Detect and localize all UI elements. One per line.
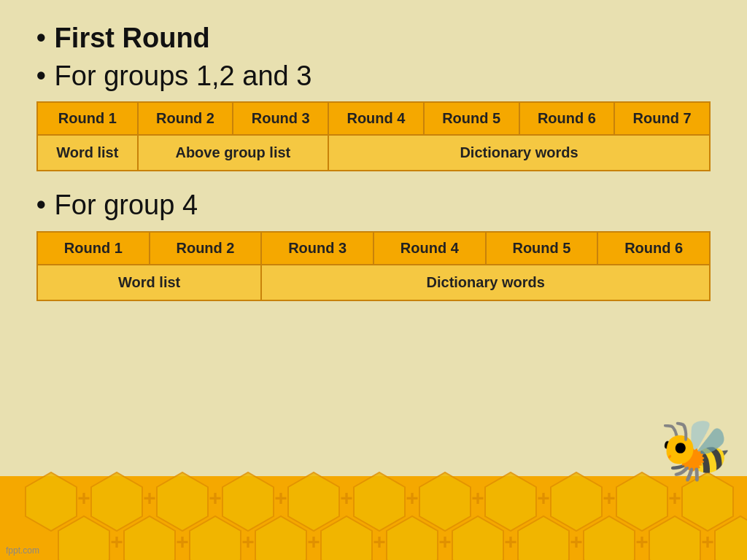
- svg-text:+: +: [110, 529, 123, 553]
- honeycomb-decoration: + + + + + + + + + + + + + + + + + + + +: [0, 454, 747, 560]
- groups-123-label: For groups 1,2 and 3: [55, 60, 312, 93]
- table2-header-row: Round 1 Round 2 Round 3 Round 4 Round 5 …: [37, 232, 710, 265]
- table1-col1-header: Round 1: [37, 102, 138, 135]
- bullet-group4: • For group 4: [36, 189, 711, 222]
- table2-col6-header: Round 6: [597, 232, 710, 265]
- svg-text:+: +: [471, 486, 484, 510]
- table1-col6-header: Round 6: [519, 102, 615, 135]
- table2-col1-header: Round 1: [37, 232, 150, 265]
- table1-col5-header: Round 5: [424, 102, 519, 135]
- svg-text:+: +: [340, 486, 353, 510]
- group4-label: For group 4: [55, 189, 198, 222]
- bullet-first-round: • First Round: [36, 22, 711, 55]
- svg-text:+: +: [307, 529, 320, 553]
- table1-data-row: Word list Above group list Dictionary wo…: [37, 135, 710, 171]
- svg-text:+: +: [209, 486, 222, 510]
- table1-header-row: Round 1 Round 2 Round 3 Round 4 Round 5 …: [37, 102, 710, 135]
- main-content: • First Round • For groups 1,2 and 3 Rou…: [0, 0, 747, 333]
- svg-text:+: +: [373, 529, 386, 553]
- table1-dictionary-cell: Dictionary words: [328, 135, 710, 171]
- svg-text:+: +: [537, 486, 550, 510]
- table1: Round 1 Round 2 Round 3 Round 4 Round 5 …: [36, 101, 711, 171]
- table1-col4-header: Round 4: [328, 102, 424, 135]
- svg-text:+: +: [635, 529, 649, 553]
- footer-label: fppt.com: [6, 545, 39, 556]
- table2-col2-header: Round 2: [150, 232, 262, 265]
- svg-text:+: +: [77, 486, 90, 510]
- svg-text:+: +: [603, 486, 616, 510]
- table1-col3-header: Round 3: [233, 102, 328, 135]
- svg-text:+: +: [701, 529, 714, 553]
- table2-wrapper: Round 1 Round 2 Round 3 Round 4 Round 5 …: [36, 231, 711, 301]
- table2-col5-header: Round 5: [486, 232, 598, 265]
- bullet-symbol-2: •: [36, 60, 46, 91]
- svg-text:+: +: [176, 529, 189, 553]
- first-round-label: First Round: [55, 22, 210, 55]
- honeycomb-svg: + + + + + + + + + + + + + + + + + + + +: [0, 454, 747, 560]
- svg-text:+: +: [438, 529, 452, 553]
- bullet-groups-123: • For groups 1,2 and 3: [36, 60, 711, 93]
- table2-wordlist-cell: Word list: [37, 265, 261, 300]
- table2: Round 1 Round 2 Round 3 Round 4 Round 5 …: [36, 231, 711, 301]
- svg-text:+: +: [143, 486, 156, 510]
- table2-col4-header: Round 4: [374, 232, 486, 265]
- bullet-symbol-3: •: [36, 189, 46, 220]
- table1-col2-header: Round 2: [138, 102, 233, 135]
- table1-wrapper: Round 1 Round 2 Round 3 Round 4 Round 5 …: [36, 101, 711, 171]
- table2-col3-header: Round 3: [261, 232, 374, 265]
- table1-col7-header: Round 7: [614, 102, 710, 135]
- svg-text:+: +: [274, 486, 287, 510]
- table2-dictionary-cell: Dictionary words: [261, 265, 710, 300]
- bee-decoration: 🐝: [659, 421, 732, 480]
- bullet-symbol-1: •: [36, 22, 46, 53]
- svg-text:+: +: [570, 529, 583, 553]
- svg-text:+: +: [668, 486, 681, 510]
- table2-data-row: Word list Dictionary words: [37, 265, 710, 300]
- table1-wordlist-cell: Word list: [37, 135, 138, 171]
- svg-text:+: +: [406, 486, 419, 510]
- svg-text:+: +: [241, 529, 255, 553]
- table1-above-group-cell: Above group list: [138, 135, 328, 171]
- svg-text:+: +: [504, 529, 517, 553]
